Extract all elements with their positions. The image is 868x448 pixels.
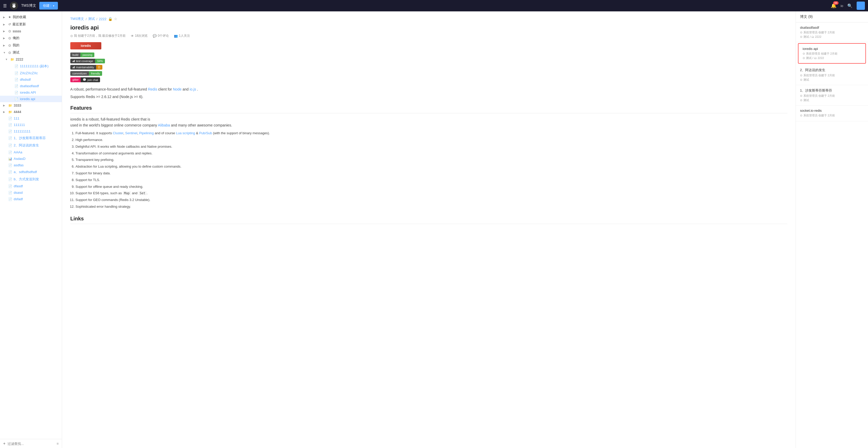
person-icon: ⊙: [8, 43, 11, 47]
doc-item-title: socket.io-redis: [800, 109, 864, 113]
breadcrumb-current: 2222: [99, 17, 106, 21]
sidebar-item-111[interactable]: 📄 111: [0, 115, 62, 122]
doc-item-dsafasdfasdf[interactable]: dsafasdfasdf ⊙ 系统管理员 创建于 2月前 ⊙ 测试 / 🗂 22…: [796, 23, 868, 42]
menu-icon[interactable]: ☰: [3, 3, 7, 8]
list-item: Full-featured. It supports Cluster, Sent…: [75, 130, 787, 136]
doc-item-path: ⊙ 测试 / 🗂 2222: [800, 35, 864, 39]
sidebar-item-dfasdf[interactable]: 📄 dfasdf: [0, 183, 62, 189]
links-heading: Links: [70, 216, 787, 224]
sidebar-item-sssss[interactable]: ▶ ⊙ sssss: [0, 28, 62, 34]
notification-bell[interactable]: 🔔 44: [831, 3, 836, 8]
sidebar-footer: + ≡: [0, 439, 62, 448]
sidebar-item-dsafasdfasdf[interactable]: 📄 dsafasdfasdf: [0, 83, 62, 89]
create-button[interactable]: 创建 ▾: [39, 2, 58, 9]
sidebar-label: dsfadf: [14, 197, 23, 201]
filter-icon[interactable]: ≡: [57, 442, 59, 446]
list-item: Abstraction for Lua scripting, allowing …: [75, 164, 787, 170]
sidebar-item-zxc[interactable]: 📄 ZXcZXcZXc: [0, 70, 62, 76]
sidebar-item-3333[interactable]: ▶ 📁 3333: [0, 102, 62, 109]
badge-build-right: passing: [81, 53, 94, 57]
sidebar-item-4444[interactable]: ▶ 📁 4444: [0, 109, 62, 115]
lock-icon[interactable]: 🔒: [108, 17, 113, 21]
pubsub-link[interactable]: Pub/Sub: [199, 131, 212, 135]
sidebar-item-my[interactable]: ▶ ⊙ 我的: [0, 42, 62, 49]
doc-item-adasa[interactable]: 2、阿达说的发生 ⊙ 系统管理员 创建于 2月前 ⊙ 测试: [796, 65, 868, 85]
iojs-link[interactable]: io.js: [190, 87, 196, 91]
sidebar-label: 111111111: [14, 129, 31, 133]
sidebar-item-favorites[interactable]: ▶ ★ 我的收藏: [0, 13, 62, 21]
doc-item-socket-io-redis[interactable]: socket.io-redis ⊙ 系统管理员 创建于 2月前: [796, 106, 868, 121]
cluster-link[interactable]: Cluster: [113, 131, 123, 135]
alibaba-link[interactable]: Alibaba: [158, 123, 170, 127]
sidebar-item-dsfadf[interactable]: 📄 dsfadf: [0, 196, 62, 202]
sidebar-item-shafa1[interactable]: 📄 1、沙发斯蒂芬斯蒂芬: [0, 135, 62, 142]
doc-item-shafa[interactable]: 1、沙发斯蒂芬斯蒂芬 ⊙ 系统管理员 创建于 2月前 ⊙ 测试: [796, 85, 868, 106]
breadcrumb-tms[interactable]: TMS博文: [70, 17, 84, 21]
sidebar-label: sssss: [13, 29, 21, 33]
badge-build: build passing: [70, 53, 787, 57]
article-meta: ⊙ 我 创建于2月前，我 最后修改于2月前 👁 18次浏览 💬 0个评论 👥 1…: [70, 34, 787, 38]
sidebar-label: dfsdsdf: [20, 78, 31, 82]
person-icon: ⊙: [8, 29, 11, 33]
sidebar-item-ioredis-api-link[interactable]: 📄 ioredis API: [0, 89, 62, 96]
maint-icon: [72, 66, 75, 68]
user-avatar[interactable]: [857, 2, 865, 10]
sidebar-label: asdfas: [14, 163, 24, 167]
sidebar-item-111111111[interactable]: 📄 111111111: [0, 128, 62, 135]
user-label[interactable]: io: [841, 4, 843, 8]
sentinel-link[interactable]: Sentinel: [125, 131, 137, 135]
toggle-icon: ▼: [3, 51, 7, 54]
sidebar-item-b-ffs[interactable]: 📄 b、方式发送到发: [0, 176, 62, 183]
nav-right: 🔔 44 io 🔍: [831, 2, 865, 10]
sidebar-item-aaaa[interactable]: 📄 AAAa: [0, 149, 62, 155]
folder-icon: ⊙: [800, 78, 802, 82]
file-icon: 📄: [8, 144, 12, 147]
lua-scripting-link[interactable]: Lua scripting: [176, 131, 195, 135]
sidebar-item-a-sdf[interactable]: 📄 a、sdfsdfsdfsdf: [0, 169, 62, 176]
add-page-button[interactable]: +: [3, 441, 5, 446]
list-item: Transformation of command arguments and …: [75, 151, 787, 156]
sidebar-item-adasa[interactable]: 📄 2、阿达说的发生: [0, 142, 62, 149]
redis-link[interactable]: Redis: [148, 87, 157, 91]
node-link[interactable]: Node: [173, 87, 182, 91]
star-icon[interactable]: ☆: [114, 17, 117, 21]
list-item: High performance.: [75, 137, 787, 143]
sidebar-item-recent[interactable]: ▶ ↺ 最近更新: [0, 21, 62, 28]
sidebar-tree: ▶ ★ 我的收藏 ▶ ↺ 最近更新 ▶ ⊙ sssss ▶ ⊙ 俺的: [0, 11, 62, 439]
sidebar-item-asdasd[interactable]: 📊 AsdasD: [0, 155, 62, 162]
sidebar-search-input[interactable]: [7, 442, 54, 446]
file-icon: 📄: [14, 64, 18, 68]
feature-desc2: used in the world's biggest online comme…: [70, 123, 158, 127]
svg-rect-8: [74, 66, 75, 68]
sidebar-item-ioredis-api-current[interactable]: 📄 ioredis api: [0, 96, 62, 102]
sidebar-item-1111-copy[interactable]: 📄 1111111111 (副本): [0, 63, 62, 70]
file-icon: 📄: [8, 191, 12, 195]
sidebar-label: 测试: [13, 50, 20, 55]
meta-views: 👁 18次浏览: [131, 34, 148, 38]
sidebar-item-2222[interactable]: ▼ 📁 2222: [0, 56, 62, 63]
doc-item-meta: ⊙ 系统管理员 创建于 2月前: [800, 94, 864, 98]
sidebar-item-test[interactable]: ▼ ⊙ 测试: [0, 49, 62, 56]
file-icon: 📄: [14, 71, 18, 75]
sidebar-item-dsasd[interactable]: 📄 dsasd: [0, 189, 62, 196]
toggle-icon: ▶: [3, 104, 7, 107]
sidebar-label: 我的: [13, 43, 20, 48]
sidebar-item-dfsdsdf[interactable]: 📄 dfsdsdf: [0, 76, 62, 83]
breadcrumb-test[interactable]: 测试: [88, 17, 95, 21]
doc-item-ioredis-api[interactable]: ioredis api ⊙ 系统管理员 创建于 2月前 ⊙ 测试 / 🗂 222…: [798, 43, 866, 64]
pipelining-link[interactable]: Pipelining: [139, 131, 154, 135]
toggle-icon: ▶: [3, 37, 7, 39]
sidebar-label: 111111: [14, 123, 25, 127]
feature-desc1: ioredis is a robust, full-featured Redis…: [70, 117, 150, 121]
person-icon: ⊙: [800, 94, 802, 97]
sidebar-item-111111[interactable]: 📄 111111: [0, 122, 62, 128]
sidebar-item-asdfas[interactable]: 📄 asdfas: [0, 162, 62, 169]
search-icon[interactable]: 🔍: [847, 3, 852, 8]
folder-icon: 📁: [10, 58, 14, 61]
create-arrow-icon[interactable]: ▾: [51, 4, 54, 7]
sidebar-item-mine[interactable]: ▶ ⊙ 俺的: [0, 34, 62, 42]
breadcrumb-sep2: /: [96, 17, 97, 21]
doc-item-path: ⊙ 测试: [800, 78, 864, 82]
doc-item-path: ⊙ 测试 / 🗂 2222: [803, 56, 861, 60]
chart-icon: 📊: [8, 157, 12, 161]
